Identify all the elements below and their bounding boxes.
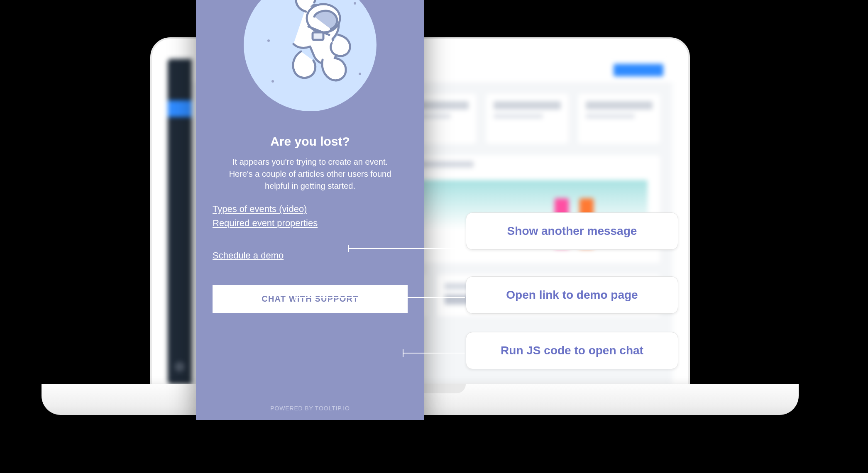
sidebar-item-active[interactable] bbox=[168, 100, 192, 117]
svg-point-4 bbox=[354, 2, 356, 5]
help-panel: Are you lost? It appears you're trying t… bbox=[196, 0, 424, 420]
chat-with-support-button[interactable]: CHAT WITH SUPPORT bbox=[213, 285, 408, 313]
panel-divider bbox=[211, 394, 409, 394]
leader-line bbox=[296, 297, 465, 298]
panel-title: Are you lost? bbox=[196, 134, 424, 149]
callout-run-js: Run JS code to open chat bbox=[466, 332, 678, 369]
link-types-of-events[interactable]: Types of events (video) bbox=[213, 204, 307, 215]
topbar-cta-button[interactable] bbox=[614, 64, 663, 76]
svg-point-3 bbox=[271, 80, 274, 83]
svg-rect-1 bbox=[313, 32, 323, 40]
sidebar-item[interactable] bbox=[168, 158, 192, 175]
leader-line bbox=[349, 248, 465, 249]
callout-show-message: Show another message bbox=[466, 212, 678, 250]
svg-point-2 bbox=[267, 39, 270, 42]
metric-card bbox=[578, 94, 660, 144]
svg-point-5 bbox=[359, 73, 361, 75]
sidebar-item[interactable] bbox=[168, 71, 192, 88]
help-links: Types of events (video) Required event p… bbox=[213, 204, 408, 232]
powered-by-label: POWERED BY TOOLTIP.IO bbox=[196, 405, 424, 412]
avatar[interactable] bbox=[175, 362, 185, 372]
link-required-event-properties[interactable]: Required event properties bbox=[213, 218, 318, 229]
leader-line bbox=[403, 353, 465, 354]
link-schedule-demo[interactable]: Schedule a demo bbox=[213, 250, 284, 261]
app-sidebar bbox=[168, 59, 192, 384]
panel-description: It appears you're trying to create an ev… bbox=[221, 156, 399, 192]
sidebar-item[interactable] bbox=[168, 188, 192, 204]
sidebar-item[interactable] bbox=[168, 129, 192, 146]
astronaut-illustration bbox=[244, 0, 377, 111]
metric-card bbox=[486, 94, 568, 144]
callout-open-demo: Open link to demo page bbox=[466, 276, 678, 314]
